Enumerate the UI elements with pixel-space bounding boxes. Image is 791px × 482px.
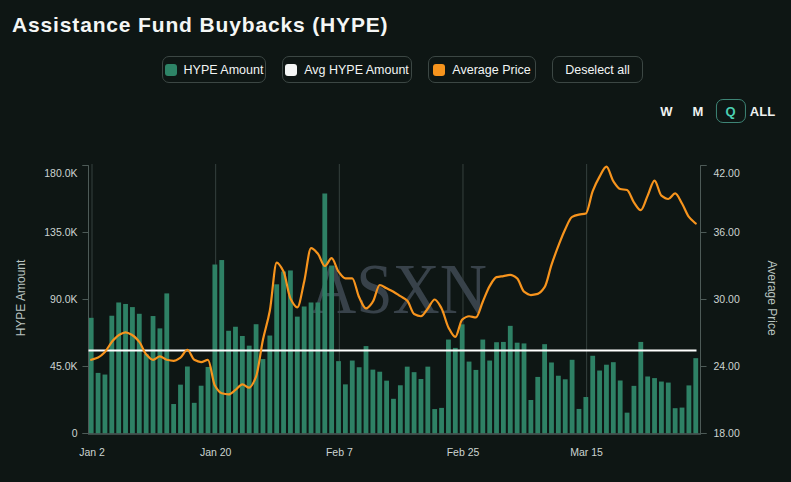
bar[interactable] (158, 328, 163, 433)
bar[interactable] (467, 362, 472, 434)
left-tick-label: 180.0K (44, 167, 77, 179)
bar[interactable] (474, 370, 479, 434)
bar[interactable] (501, 342, 506, 434)
bar[interactable] (666, 383, 671, 434)
bar[interactable] (577, 409, 582, 434)
bar[interactable] (528, 400, 533, 434)
bar[interactable] (357, 367, 362, 433)
bar[interactable] (515, 343, 520, 434)
bar[interactable] (570, 360, 575, 434)
bar[interactable] (281, 272, 286, 434)
bar[interactable] (686, 385, 691, 433)
bar[interactable] (274, 284, 279, 433)
bar[interactable] (487, 361, 492, 434)
bar[interactable] (480, 340, 485, 434)
bar[interactable] (460, 324, 465, 433)
bar[interactable] (212, 265, 217, 434)
bar[interactable] (625, 413, 630, 434)
bar[interactable] (377, 372, 382, 434)
bar[interactable] (425, 367, 430, 434)
bar[interactable] (89, 318, 94, 434)
bar[interactable] (309, 302, 314, 433)
bar[interactable] (535, 377, 540, 434)
bar[interactable] (446, 340, 451, 434)
bar[interactable] (185, 367, 190, 434)
bar[interactable] (453, 348, 458, 434)
bar[interactable] (192, 403, 197, 434)
bar[interactable] (508, 326, 513, 434)
bar[interactable] (405, 367, 410, 434)
bar[interactable] (680, 408, 685, 434)
bar[interactable] (295, 317, 300, 434)
right-tick-label: 42.00 (714, 167, 740, 179)
bar[interactable] (364, 346, 369, 433)
bar[interactable] (322, 193, 327, 433)
bar[interactable] (659, 382, 664, 434)
bar[interactable] (261, 359, 266, 433)
bar[interactable] (439, 408, 444, 434)
bar[interactable] (96, 373, 101, 434)
right-tick-label: 30.00 (714, 293, 740, 305)
bar[interactable] (583, 397, 588, 433)
bar[interactable] (350, 361, 355, 434)
bar[interactable] (219, 260, 224, 433)
bar[interactable] (412, 372, 417, 433)
bar[interactable] (178, 385, 183, 434)
bar[interactable] (151, 316, 156, 433)
bar[interactable] (103, 375, 108, 434)
x-tick-label: Mar 15 (570, 446, 603, 458)
right-axis-title: Average Price (765, 260, 779, 335)
bar[interactable] (316, 302, 321, 433)
bar[interactable] (556, 376, 561, 434)
bar[interactable] (398, 385, 403, 433)
bar[interactable] (618, 381, 623, 434)
bar[interactable] (384, 381, 389, 434)
watermark: ASXN (309, 249, 487, 329)
bar[interactable] (638, 342, 643, 434)
bar[interactable] (563, 379, 568, 433)
right-tick-label: 18.00 (714, 427, 740, 439)
bar[interactable] (164, 293, 169, 433)
bar[interactable] (336, 361, 341, 433)
bar[interactable] (109, 316, 114, 434)
bar[interactable] (116, 302, 121, 433)
left-axis-title: HYPE Amount (14, 259, 28, 336)
left-tick-label: 90.0K (50, 293, 77, 305)
bar[interactable] (522, 343, 527, 433)
bar[interactable] (123, 304, 128, 434)
buybacks-dashboard: Assistance Fund Buybacks (HYPE) HYPE Amo… (0, 0, 791, 482)
bar[interactable] (247, 346, 252, 434)
bar[interactable] (494, 342, 499, 433)
bar[interactable] (144, 354, 149, 434)
bar[interactable] (693, 358, 698, 433)
right-tick-label: 24.00 (714, 360, 740, 372)
x-tick-label: Feb 25 (447, 446, 480, 458)
bar[interactable] (171, 404, 176, 433)
bar[interactable] (130, 307, 135, 433)
bar[interactable] (391, 399, 396, 434)
chart: ASXN045.0K90.0K135.0K180.0K18.0024.0030.… (0, 0, 791, 482)
bar[interactable] (329, 266, 334, 434)
bar[interactable] (302, 307, 307, 434)
bar[interactable] (370, 370, 375, 434)
bar[interactable] (611, 362, 616, 433)
bar[interactable] (233, 327, 238, 434)
bar[interactable] (199, 386, 204, 434)
bar[interactable] (604, 365, 609, 434)
bar[interactable] (137, 314, 142, 434)
bar[interactable] (542, 344, 547, 433)
bar[interactable] (632, 386, 637, 434)
bar[interactable] (549, 362, 554, 433)
bar[interactable] (673, 408, 678, 433)
bar[interactable] (652, 378, 657, 433)
bar[interactable] (590, 356, 595, 434)
bar[interactable] (597, 371, 602, 434)
bar[interactable] (645, 376, 650, 433)
left-tick-label: 45.0K (50, 360, 77, 372)
bar[interactable] (226, 331, 231, 434)
x-tick-label: Jan 2 (79, 446, 105, 458)
bar[interactable] (206, 367, 211, 434)
bar[interactable] (432, 409, 437, 433)
bar[interactable] (419, 379, 424, 433)
bar[interactable] (343, 384, 348, 433)
